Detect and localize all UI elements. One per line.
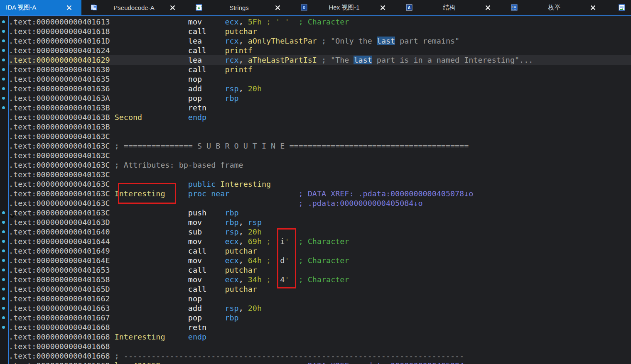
tab-structs[interactable]: A结构 bbox=[397, 0, 502, 15]
tab-strings[interactable]: 's'Strings bbox=[187, 0, 292, 15]
token-plain: mov bbox=[188, 275, 202, 284]
token-cmt-olive: ' bbox=[285, 275, 289, 284]
listing-line[interactable]: .text:000000000040163C public Interestin… bbox=[0, 179, 631, 189]
token-cmt-green: ; Character bbox=[299, 256, 349, 265]
token-word-hl: last bbox=[354, 56, 372, 64]
listing-line[interactable]: .text:000000000040165D call putchar bbox=[0, 284, 631, 294]
token-plain: call bbox=[188, 65, 206, 74]
token-addr: .text:0000000000401636 bbox=[9, 84, 110, 93]
token-num: 64h bbox=[248, 256, 262, 265]
tab-pseudocode-a[interactable]: Pseudocode-A bbox=[81, 0, 187, 15]
listing-line[interactable]: .text:000000000040163C bbox=[0, 132, 631, 141]
listing-line[interactable]: .text:0000000000401667 pop rbp bbox=[0, 313, 631, 322]
listing-line[interactable]: .text:000000000040163B retn bbox=[0, 103, 631, 112]
token-addr: .text:000000000040163C bbox=[9, 142, 110, 150]
listing-line[interactable]: .text:0000000000401635 nop bbox=[0, 74, 631, 84]
token-num: 34h bbox=[248, 275, 262, 284]
listing-line[interactable]: .text:000000000040163A pop rbp bbox=[0, 93, 631, 103]
token-cmt-gray: ; Attributes: bp-based frame bbox=[115, 161, 243, 169]
token-reg: rbp bbox=[225, 313, 238, 322]
token-plain: , bbox=[239, 237, 248, 246]
listing-line[interactable]: .text:0000000000401644 mov ecx, 69h ; 'i… bbox=[0, 237, 631, 246]
listing-line[interactable]: .text:000000000040163C ; .pdata:00000000… bbox=[0, 198, 631, 208]
listing-line[interactable]: .text:000000000040163C bbox=[0, 151, 631, 160]
token-cmt-olive: ' bbox=[285, 256, 289, 265]
token-addr: .text:0000000000401669 bbox=[9, 361, 110, 364]
token-addr: .text:0000000000401658 bbox=[9, 275, 110, 284]
listing-line[interactable]: .text:000000000040163C push rbp bbox=[0, 208, 631, 217]
token-reg: rcx bbox=[225, 56, 238, 64]
tab-close-icon[interactable] bbox=[590, 5, 596, 11]
token-cmt-gray: ; "The bbox=[322, 56, 354, 64]
instruction-dot-icon bbox=[2, 249, 5, 252]
listing-line[interactable]: .text:0000000000401668 bbox=[0, 342, 631, 351]
disassembly-listing[interactable]: .text:0000000000401613 mov ecx, 5Fh ; '_… bbox=[0, 16, 631, 364]
listing-line[interactable]: .text:0000000000401640 sub rsp, 20h bbox=[0, 227, 631, 237]
token-kw: proc near bbox=[188, 189, 230, 198]
tab-partial[interactable] bbox=[607, 0, 631, 15]
tab-close-icon[interactable] bbox=[485, 5, 491, 11]
listing-line[interactable]: .text:000000000040163C ; Attributes: bp-… bbox=[0, 160, 631, 170]
token-cmt-olive: ' bbox=[285, 237, 289, 246]
listing-line[interactable]: .text:0000000000401653 call putchar bbox=[0, 265, 631, 275]
token-plain: retn bbox=[188, 103, 206, 112]
token-name: putchar bbox=[225, 285, 257, 293]
listing-line[interactable]: .text:0000000000401663 add rsp, 20h bbox=[0, 303, 631, 313]
token-addr: .text:0000000000401653 bbox=[9, 266, 110, 274]
tab-close-icon[interactable] bbox=[275, 5, 281, 11]
instruction-dot-icon bbox=[2, 240, 5, 243]
tab-close-icon[interactable] bbox=[169, 5, 176, 11]
listing-line[interactable]: .text:000000000040163C ; ===============… bbox=[0, 141, 631, 151]
listing-line[interactable]: .text:0000000000401668 Interesting endp bbox=[0, 332, 631, 342]
listing-line[interactable]: .text:0000000000401613 mov ecx, 5Fh ; '_… bbox=[0, 17, 631, 27]
tab-hex-view-1[interactable]: OHex 视图-1 bbox=[292, 0, 397, 15]
token-plain: , bbox=[239, 17, 248, 26]
tab-close-icon[interactable] bbox=[66, 5, 72, 11]
tab-ida-view-a[interactable]: IDA 视图-A bbox=[0, 0, 81, 15]
listing-line[interactable]: .text:0000000000401662 nop bbox=[0, 294, 631, 303]
instruction-dot-icon bbox=[2, 78, 5, 81]
listing-line[interactable]: .text:0000000000401668 ; ---------------… bbox=[0, 351, 631, 361]
tab-close-icon[interactable] bbox=[380, 5, 386, 11]
token-plain: nop bbox=[188, 75, 202, 83]
token-name: putchar bbox=[225, 247, 257, 255]
listing-line[interactable]: .text:000000000040163B bbox=[0, 122, 631, 132]
token-plain: lea bbox=[188, 37, 202, 45]
listing-line[interactable]: .text:000000000040163D mov rbp, rsp bbox=[0, 217, 631, 227]
instruction-dot-icon bbox=[2, 87, 5, 90]
listing-line[interactable]: .text:000000000040161D lea rcx, aOnlyThe… bbox=[0, 36, 631, 46]
token-plain: add bbox=[188, 304, 202, 313]
token-addr: .text:0000000000401630 bbox=[9, 65, 110, 74]
token-cmt-green: ; Character bbox=[299, 275, 349, 284]
listing-line[interactable]: .text:0000000000401668 retn bbox=[0, 322, 631, 332]
listing-line[interactable]: .text:0000000000401624 call printf bbox=[0, 46, 631, 55]
token-addr: .text:0000000000401662 bbox=[9, 294, 110, 303]
token-word-hl: last bbox=[377, 37, 395, 45]
listing-line[interactable]: .text:0000000000401669 loc_401669 ; DATA… bbox=[0, 361, 631, 364]
token-addr: .text:0000000000401624 bbox=[9, 46, 110, 55]
token-addr: .text:000000000040163C bbox=[9, 151, 110, 160]
instruction-dot-icon bbox=[2, 278, 5, 281]
listing-line[interactable]: .text:0000000000401618 call putchar bbox=[0, 27, 631, 36]
listing-line[interactable]: .text:0000000000401658 mov ecx, 34h ; '4… bbox=[0, 275, 631, 284]
listing-line[interactable]: .text:000000000040163B Second endp bbox=[0, 112, 631, 122]
token-reg: rbp bbox=[225, 208, 238, 217]
token-plain: , bbox=[239, 56, 248, 64]
token-addr: .text:0000000000401618 bbox=[9, 27, 110, 36]
listing-line[interactable]: .text:0000000000401636 add rsp, 20h bbox=[0, 84, 631, 93]
token-cmt-gray: part is in a named Interesting"... bbox=[372, 56, 533, 64]
listing-line[interactable]: .text:000000000040163C bbox=[0, 170, 631, 179]
tab-enums[interactable]: 枚举 bbox=[502, 0, 607, 15]
token-addr: .text:000000000040163C bbox=[9, 132, 110, 141]
listing-line[interactable]: .text:0000000000401630 call printf bbox=[0, 65, 631, 74]
listing-line[interactable]: .text:000000000040163C Interesting proc … bbox=[0, 189, 631, 198]
token-addr: .text:000000000040163C bbox=[9, 199, 110, 208]
token-xref: ; DATA XREF: .pdata:0000000000405078↓o bbox=[299, 189, 474, 198]
token-plain: call bbox=[188, 27, 206, 36]
listing-line[interactable]: .text:000000000040164E mov ecx, 64h ; 'd… bbox=[0, 256, 631, 265]
token-plain: call bbox=[188, 285, 206, 293]
listing-line[interactable]: .text:0000000000401649 call putchar bbox=[0, 246, 631, 256]
token-addr: .text:0000000000401667 bbox=[9, 313, 110, 322]
token-reg: ecx bbox=[225, 256, 238, 265]
listing-line[interactable]: .text:0000000000401629 lea rcx, aTheLast… bbox=[0, 55, 631, 65]
